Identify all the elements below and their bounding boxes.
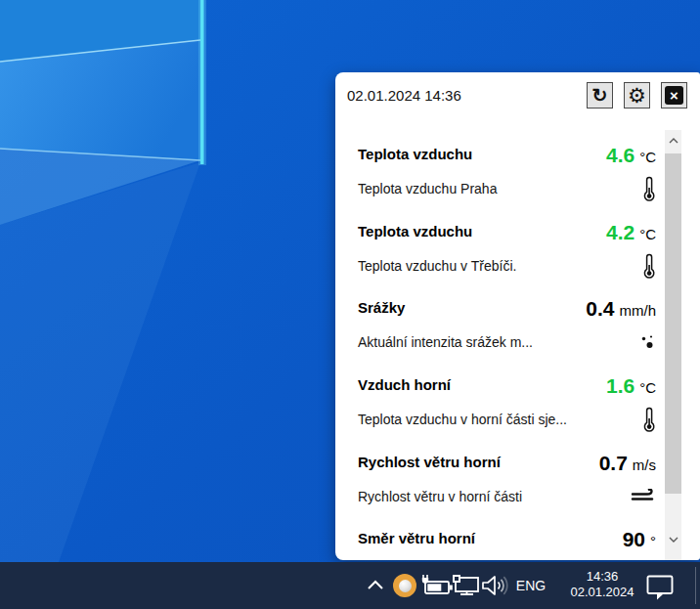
refresh-icon: ↻ (592, 86, 608, 105)
sensor-unit: °C (639, 149, 656, 165)
sensor-value: 0.4 (586, 297, 614, 320)
scroll-up-button[interactable] (665, 132, 681, 149)
sensor-row[interactable]: Srážky 0.4mm/h Aktuální intenzita srážek… (358, 296, 656, 355)
sensor-value: 4.2 (606, 221, 634, 243)
sensor-row[interactable]: Vzduch horní 1.6°C Teplota vzduchu v hor… (358, 373, 656, 432)
language-label: ENG (516, 578, 546, 593)
sensor-subtitle: Teplota vzduchu Praha (358, 181, 497, 196)
close-button[interactable]: × (661, 82, 687, 109)
sensor-value: 4.6 (606, 144, 634, 166)
sensor-unit: ° (650, 533, 656, 549)
widget-scrollbar[interactable] (665, 130, 681, 560)
widget-datetime: 02.01.2024 14:36 (347, 87, 461, 104)
action-center-icon (646, 575, 676, 600)
sensor-value: 0.7 (599, 452, 628, 474)
language-indicator[interactable]: ENG (511, 562, 550, 609)
sensor-unit: °C (639, 379, 656, 396)
gear-icon: ⚙ (628, 85, 646, 106)
network-ethernet-icon[interactable] (451, 575, 482, 596)
sensor-value: 1.6 (606, 374, 634, 397)
clock-date: 02.01.2024 (570, 585, 634, 600)
action-center-button[interactable] (646, 575, 676, 600)
tray-app-icon-inner (399, 580, 412, 592)
show-hidden-icons-button[interactable] (366, 578, 385, 591)
sensor-title: Teplota vzduchu (358, 145, 472, 164)
close-icon: × (665, 86, 683, 105)
sensor-row[interactable]: Směr větru horní 90° (358, 527, 656, 548)
sensor-subtitle: Teplota vzduchu v horní části sje... (358, 412, 567, 427)
thermometer-icon (629, 253, 656, 280)
sensor-title: Srážky (358, 298, 405, 318)
speaker-icon[interactable] (480, 574, 509, 597)
wind-icon (629, 489, 656, 504)
clock-time: 14:36 (587, 569, 619, 585)
sensor-row[interactable]: Teplota vzduchu 4.2°C Teplota vzduchu v … (358, 220, 656, 279)
thermometer-icon (629, 407, 656, 433)
chevron-up-icon (366, 578, 385, 591)
sensor-title: Rychlost větru horní (358, 453, 501, 472)
weather-widget-panel: 02.01.2024 14:36 ↻ ⚙ × Teplota vzduchu 4… (335, 72, 700, 560)
taskbar: ENG 14:36 02.01.2024 (0, 562, 700, 609)
sensor-subtitle: Aktuální intenzita srážek m... (358, 334, 533, 350)
sensor-title: Vzduch horní (358, 375, 451, 395)
scroll-down-button[interactable] (665, 531, 681, 547)
show-desktop-divider[interactable] (695, 567, 696, 604)
sensor-title: Teplota vzduchu (358, 222, 472, 241)
sensor-value: 90 (623, 528, 645, 550)
sensor-subtitle: Rychlost větru v horní části (358, 489, 522, 504)
sensor-unit: m/s (633, 457, 656, 473)
sensor-subtitle: Teplota vzduchu v Třebíči. (358, 258, 516, 274)
drizzle-icon (629, 332, 656, 352)
tray-app-icon[interactable] (393, 574, 416, 597)
sensor-unit: mm/h (620, 302, 657, 319)
sensor-unit: °C (639, 226, 656, 242)
scrollbar-thumb[interactable] (665, 153, 681, 494)
sensor-row[interactable]: Rychlost větru horní 0.7m/s Rychlost vět… (358, 451, 656, 509)
taskbar-clock[interactable]: 14:36 02.01.2024 (570, 569, 634, 600)
sensor-row[interactable]: Teplota vzduchu 4.6°C Teplota vzduchu Pr… (358, 143, 656, 201)
battery-charging-icon[interactable] (419, 573, 454, 597)
sensor-title: Směr větru horní (358, 529, 475, 548)
settings-button[interactable]: ⚙ (624, 82, 650, 109)
thermometer-icon (629, 176, 656, 202)
refresh-button[interactable]: ↻ (587, 82, 613, 109)
